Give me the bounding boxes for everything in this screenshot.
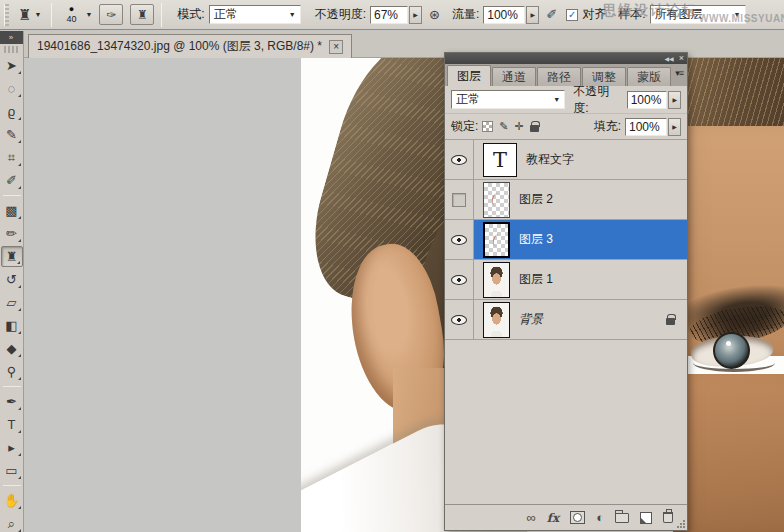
spinner-icon: ▶ (672, 123, 677, 130)
toolbox-grip[interactable] (4, 46, 19, 53)
layer-row-3-selected[interactable]: 图层 3 (445, 220, 687, 260)
blur-tool[interactable]: ◆ (1, 338, 23, 359)
new-layer-icon[interactable] (640, 512, 652, 524)
layer-blend-mode-select[interactable]: 正常 ▼ (451, 90, 565, 109)
aligned-checkbox[interactable]: ✓ (566, 9, 578, 21)
tab-paths[interactable]: 路径 (537, 67, 581, 86)
visibility-toggle[interactable] (445, 180, 474, 219)
lasso-tool[interactable]: ϱ (1, 101, 23, 122)
blend-mode-select[interactable]: 正常 ▼ (209, 5, 301, 24)
new-group-icon[interactable] (615, 513, 629, 523)
visibility-toggle[interactable] (445, 140, 474, 179)
layer-row-1[interactable]: 图层 1 (445, 260, 687, 300)
link-layers-icon[interactable]: ∞ (527, 511, 536, 524)
airbrush-icon[interactable]: ✐ (546, 7, 557, 22)
divider (3, 485, 21, 486)
adjustment-layer-icon[interactable]: ◐ (596, 511, 604, 524)
mode-label: 模式: (177, 6, 204, 23)
double-arrow-icon: » (9, 33, 14, 42)
panel-resize-grip[interactable] (677, 520, 685, 528)
layer-thumbnail[interactable] (483, 262, 510, 298)
layer-list: T 教程文字 图层 2 图层 3 (445, 139, 687, 340)
spot-healing-brush-tool[interactable]: ▩ (1, 200, 23, 221)
lock-row: 锁定: ✎ ✛ 填充: 100% ▶ (445, 114, 687, 139)
opacity-spinner[interactable]: ▶ (409, 6, 422, 24)
layer-opacity-input[interactable]: 100% (627, 91, 668, 109)
eye-icon (451, 275, 467, 285)
close-document-button[interactable]: × (329, 40, 343, 54)
tab-layers[interactable]: 图层 (447, 65, 491, 86)
layer-row-background[interactable]: 背景 (445, 300, 687, 340)
layer-style-button[interactable]: fx (547, 511, 559, 525)
layer-name[interactable]: 图层 2 (519, 191, 553, 208)
brush-tool[interactable]: ✏ (1, 223, 23, 244)
text-layer-thumbnail[interactable]: T (483, 143, 517, 177)
crop-tool[interactable]: ⌗ (1, 147, 23, 168)
blend-mode-row: 正常 ▼ 不透明度: 100% ▶ (445, 86, 687, 114)
panel-menu-icon[interactable]: ▾≡ (675, 68, 683, 78)
move-tool[interactable]: ➤ (1, 55, 23, 76)
collapse-panel-icon[interactable]: ◀◀ (665, 56, 674, 62)
visibility-toggle[interactable] (445, 260, 474, 299)
layer-name[interactable]: 图层 1 (519, 271, 553, 288)
layer-name[interactable]: 图层 3 (519, 231, 553, 248)
lock-transparency-icon[interactable] (482, 121, 493, 132)
blur-tool-icon: ◆ (7, 342, 17, 355)
lock-paint-icon[interactable]: ✎ (499, 121, 508, 132)
lock-position-icon[interactable]: ✛ (515, 121, 524, 132)
eraser-tool[interactable]: ▱ (1, 292, 23, 313)
fill-spinner[interactable]: ▶ (668, 118, 681, 136)
layer-name[interactable]: 教程文字 (526, 151, 574, 168)
history-brush-tool[interactable]: ↺ (1, 269, 23, 290)
clone-stamp-tool[interactable]: ♜ (1, 246, 23, 267)
tab-channels[interactable]: 通道 (492, 67, 536, 86)
type-tool[interactable]: T (1, 414, 23, 435)
toggle-brush-panel-button[interactable]: ✑ (99, 4, 123, 25)
shape-tool[interactable]: ▭ (1, 460, 23, 481)
visibility-toggle[interactable] (445, 300, 474, 339)
quick-selection-tool[interactable]: ✎ (1, 124, 23, 145)
tab-masks[interactable]: 蒙版 (627, 67, 671, 86)
layer-thumbnail[interactable] (483, 182, 510, 218)
options-bar-grip[interactable] (4, 4, 9, 26)
layer-thumbnail[interactable] (483, 302, 510, 338)
path-selection-tool[interactable]: ▸ (1, 437, 23, 458)
tab-adjustments[interactable]: 调整 (582, 67, 626, 86)
separator (161, 3, 162, 27)
zoom-tool[interactable]: ⌕ (1, 513, 23, 532)
lock-all-icon[interactable] (530, 125, 539, 132)
layer-opacity-label: 不透明度: (573, 83, 623, 117)
flow-input[interactable]: 100% (483, 6, 525, 24)
hand-tool[interactable]: ✋ (1, 490, 23, 511)
fill-input[interactable]: 100% (625, 118, 667, 136)
brush-preset-picker[interactable]: ● 40 (59, 5, 83, 24)
tab-label: 路径 (547, 69, 571, 86)
visibility-toggle[interactable] (445, 220, 474, 259)
check-icon: ✓ (568, 10, 576, 20)
chevron-down-icon[interactable]: ▼ (85, 11, 92, 18)
spinner-icon: ▶ (530, 11, 535, 18)
delete-layer-icon[interactable] (663, 512, 673, 523)
layer-thumbnail[interactable] (483, 222, 510, 258)
flow-spinner[interactable]: ▶ (526, 6, 539, 24)
layer-opacity-value: 100% (631, 93, 662, 107)
opacity-input[interactable]: 67% (370, 6, 408, 24)
layer-row-2[interactable]: 图层 2 (445, 180, 687, 220)
pen-tool[interactable]: ✒ (1, 391, 23, 412)
toggle-clone-source-panel-button[interactable]: ♜ (130, 4, 154, 25)
gradient-tool[interactable]: ◧ (1, 315, 23, 336)
layer-opacity-spinner[interactable]: ▶ (668, 91, 681, 109)
layer-name[interactable]: 背景 (519, 311, 543, 328)
document-tab[interactable]: 19401686_13474320.jpg @ 100% (图层 3, RGB/… (28, 34, 352, 58)
tool-preset-picker[interactable]: ♜ ▼ (15, 4, 44, 26)
separator (51, 3, 52, 27)
airbrush-pressure-icon[interactable]: ⊛ (429, 7, 440, 22)
chevron-down-icon: ▼ (289, 11, 296, 18)
close-panel-icon[interactable]: × (679, 54, 684, 63)
dodge-tool[interactable]: ⚲ (1, 361, 23, 382)
toolbox-collapse-button[interactable]: » (0, 31, 23, 44)
layer-row-text[interactable]: T 教程文字 (445, 140, 687, 180)
marquee-tool[interactable]: ◌ (1, 78, 23, 99)
add-layer-mask-icon[interactable] (570, 511, 585, 524)
eyedropper-tool[interactable]: ✐ (1, 170, 23, 191)
